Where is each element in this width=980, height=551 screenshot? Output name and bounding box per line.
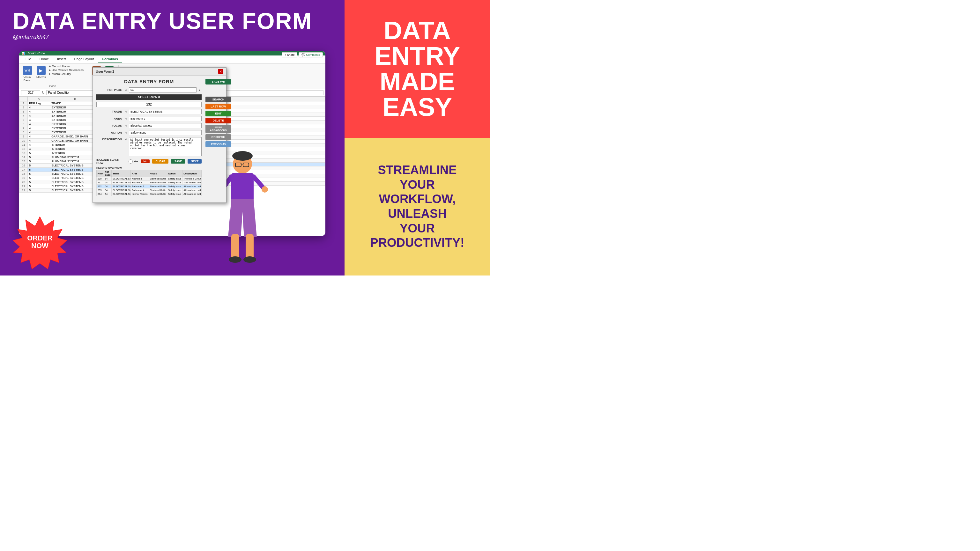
visual-basic-btn[interactable]: VB VisualBasic: [22, 65, 33, 83]
row-num: 5: [19, 118, 28, 122]
col-a-header[interactable]: A: [28, 97, 50, 102]
delete-button[interactable]: DELETE: [205, 118, 231, 124]
record-row[interactable]: 231 54 ELECTRICAL SYS Kitchen 3 Electric…: [97, 181, 202, 185]
pdf-page-up-arrow[interactable]: ►: [198, 89, 202, 92]
cell-a[interactable]: 4: [28, 135, 50, 139]
cell-a[interactable]: 4: [28, 106, 50, 110]
record-row[interactable]: 230 54 ELECTRICAL SYS Kitchen 3 Electric…: [97, 177, 202, 181]
comments-button[interactable]: 💬 Comments: [299, 52, 323, 57]
cell-a[interactable]: 4: [28, 126, 50, 130]
cell-a[interactable]: 5: [28, 180, 50, 184]
next-button[interactable]: NEXT: [188, 159, 202, 164]
radio-yes-label[interactable]: Yes: [129, 159, 138, 164]
record-row[interactable]: 233 54 ELECTRICAL SYS Bathroom 4 Electri…: [97, 189, 202, 192]
focus-left-arrow[interactable]: ◄: [124, 124, 127, 127]
svg-rect-6: [231, 173, 254, 202]
svg-rect-11: [231, 234, 239, 260]
use-relative-item[interactable]: Use Relative References: [49, 68, 84, 72]
desc-left-arrow[interactable]: ◄: [124, 138, 127, 141]
right-bottom: STREAMLINE YOUR WORKFLOW, UNLEASH YOUR P…: [345, 138, 490, 275]
cell-a[interactable]: 4: [28, 130, 50, 135]
pdf-page-label: PDF PAGE: [96, 88, 122, 92]
cell-a[interactable]: 5: [28, 176, 50, 180]
tab-file[interactable]: File: [22, 56, 35, 63]
tab-home[interactable]: Home: [36, 56, 52, 63]
last-row-button[interactable]: LAST ROW: [205, 104, 231, 110]
cell-a[interactable]: 5: [28, 184, 50, 189]
area-left-arrow[interactable]: ◄: [124, 118, 127, 120]
cell-a[interactable]: 5: [28, 159, 50, 164]
record-header: Pdf page: [104, 170, 111, 177]
row-num: 16: [19, 164, 28, 168]
row-num: 15: [19, 159, 28, 164]
share-button[interactable]: ↑ Share: [282, 52, 298, 57]
cell-a[interactable]: 4: [28, 118, 50, 122]
record-header: Description: [183, 170, 202, 177]
pdf-page-input[interactable]: [129, 87, 197, 92]
include-blank-label: INCLUDE BLANK ROW: [96, 158, 126, 165]
row-num: 6: [19, 122, 28, 126]
action-input[interactable]: [129, 130, 202, 135]
right-top: DATA ENTRY MADE EASY: [345, 0, 490, 138]
cell-a[interactable]: 5: [28, 172, 50, 176]
refresh-button[interactable]: REFRESH: [205, 134, 231, 140]
description-label: DESCRIPTION: [96, 137, 122, 141]
cell-a[interactable]: 5: [28, 189, 50, 192]
area-wrapper: ◄: [124, 116, 202, 121]
row-num: 18: [19, 172, 28, 176]
clear-button[interactable]: CLEAR: [152, 159, 169, 164]
cell-ref-input[interactable]: [21, 90, 40, 95]
description-textarea[interactable]: At least one outlet tested is incorrectl…: [129, 137, 202, 156]
record-header: Focus: [149, 170, 167, 177]
tab-insert[interactable]: Insert: [53, 56, 70, 63]
save-wb-button[interactable]: SAVE WB: [205, 79, 231, 84]
row-num: 13: [19, 151, 28, 155]
cell-a[interactable]: 4: [28, 143, 50, 147]
row-num: 20: [19, 180, 28, 184]
record-scrollbar[interactable]: [96, 197, 202, 199]
cell-a[interactable]: 4: [28, 110, 50, 114]
save-small-button[interactable]: SAVE: [171, 159, 185, 164]
cell-a[interactable]: 4: [28, 114, 50, 118]
row-num: 14: [19, 155, 28, 159]
record-macro-item[interactable]: Record Macro: [49, 65, 84, 68]
row-num: 9: [19, 135, 28, 139]
area-input[interactable]: [129, 116, 202, 121]
record-row[interactable]: 234 54 ELECTRICAL SYS Interior Rooms Ele…: [97, 192, 202, 196]
macros-icon: ▶: [37, 66, 46, 75]
userform-title: UserForm1: [96, 70, 114, 73]
svg-point-2: [232, 151, 253, 161]
no-badge[interactable]: No: [141, 159, 150, 163]
focus-label: FOCUS: [96, 124, 122, 127]
radio-yes-input[interactable]: [129, 159, 133, 164]
search-button[interactable]: SEARCH: [205, 97, 231, 102]
cell-a[interactable]: 4: [28, 139, 50, 143]
area-row: AREA ◄: [96, 116, 202, 121]
cell-a[interactable]: 5: [28, 168, 50, 172]
record-row[interactable]: 232 54 ELECTRICAL SYS Bathroom 2 Electri…: [97, 185, 202, 189]
macros-btn[interactable]: ▶ Macros: [35, 65, 47, 80]
swap-button[interactable]: SWAP AREA/FOCUS: [205, 125, 231, 133]
action-left-arrow[interactable]: ◄: [124, 131, 127, 134]
focus-input[interactable]: [129, 123, 202, 128]
trade-left-arrow[interactable]: ◄: [124, 110, 127, 113]
previous-button[interactable]: PREVIOUS: [205, 141, 231, 147]
trade-label: TRADE: [96, 110, 122, 113]
area-label: AREA: [96, 117, 122, 120]
cell-a[interactable]: 5: [28, 155, 50, 159]
cell-a[interactable]: 5: [28, 164, 50, 168]
cell-a[interactable]: 5: [28, 151, 50, 155]
tab-page-layout[interactable]: Page Layout: [70, 56, 98, 63]
tab-formulas[interactable]: Formulas: [98, 56, 122, 63]
record-header: Action: [167, 170, 182, 177]
edit-button[interactable]: EDIT: [205, 111, 231, 116]
pdf-page-wrapper: ◄ ►: [124, 87, 202, 92]
pdf-page-down-arrow[interactable]: ◄: [124, 89, 127, 92]
trade-input[interactable]: [129, 109, 202, 114]
userform-close-btn[interactable]: ✕: [218, 69, 223, 74]
cell-a[interactable]: 4: [28, 147, 50, 151]
share-area: ↑ Share 💬 Comments: [282, 52, 323, 57]
macro-security-item[interactable]: Macro Security: [49, 72, 84, 76]
cell-a[interactable]: PDF Pag...: [28, 102, 50, 106]
cell-a[interactable]: 4: [28, 122, 50, 126]
